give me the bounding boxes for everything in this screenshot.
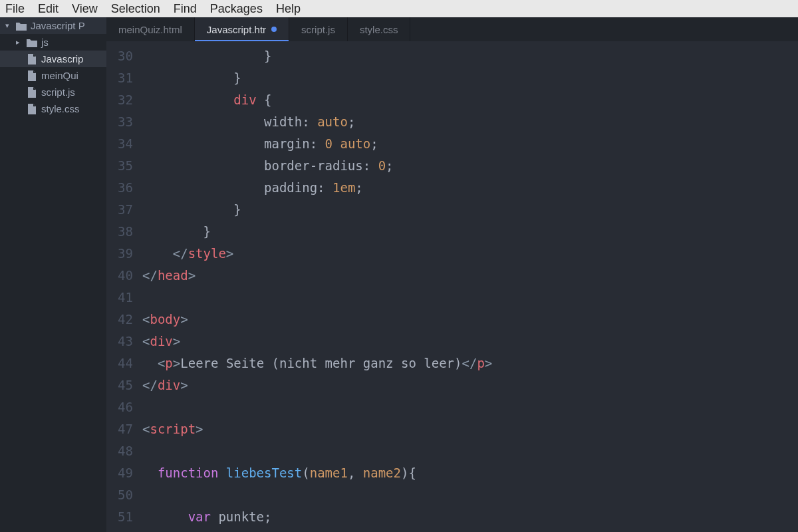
folder-icon bbox=[16, 21, 27, 31]
code-line[interactable]: <body> bbox=[142, 309, 798, 331]
tab[interactable]: style.css bbox=[348, 17, 411, 41]
folder-icon bbox=[27, 37, 37, 48]
tab-label: Javascript.htr bbox=[207, 24, 266, 35]
code-line[interactable]: border-radius: 0; bbox=[142, 155, 798, 177]
tree-item-label: js bbox=[41, 37, 49, 48]
line-number: 36 bbox=[106, 177, 133, 199]
line-number: 35 bbox=[106, 155, 133, 177]
line-number: 30 bbox=[106, 45, 133, 67]
code-line[interactable]: margin: 0 auto; bbox=[142, 133, 798, 155]
line-number: 52 bbox=[106, 528, 133, 532]
sidebar: ▾ Javascript P ▸jsJavascripmeinQuiscript… bbox=[0, 17, 106, 532]
line-number: 46 bbox=[106, 396, 133, 418]
code-area[interactable]: } } div { width: auto; margin: 0 auto; b… bbox=[142, 41, 798, 532]
tree-item-label: style.css bbox=[41, 103, 80, 114]
code-line[interactable]: punkte = 3 * (name1 + name2).length; bbox=[142, 528, 798, 532]
code-line[interactable] bbox=[142, 396, 798, 418]
code-line[interactable]: } bbox=[142, 45, 798, 67]
line-number: 42 bbox=[106, 309, 133, 331]
gutter: 3031323334353637383940414243444546474849… bbox=[106, 41, 142, 532]
line-number: 34 bbox=[106, 133, 133, 155]
code-line[interactable] bbox=[142, 440, 798, 462]
code-line[interactable]: <p>Leere Seite (nicht mehr ganz so leer)… bbox=[142, 352, 798, 374]
line-number: 31 bbox=[106, 67, 133, 89]
tree-item-label: script.js bbox=[41, 86, 75, 98]
line-number: 38 bbox=[106, 221, 133, 243]
file-icon bbox=[27, 70, 37, 81]
line-number: 48 bbox=[106, 440, 133, 462]
line-number: 32 bbox=[106, 89, 133, 111]
menu-file[interactable]: File bbox=[5, 2, 25, 16]
tree-file[interactable]: script.js bbox=[0, 84, 106, 100]
code-line[interactable]: </div> bbox=[142, 374, 798, 396]
chevron-down-icon: ▾ bbox=[5, 21, 12, 30]
code-line[interactable]: <div> bbox=[142, 331, 798, 352]
code-line[interactable] bbox=[142, 287, 798, 309]
tree-folder[interactable]: ▸js bbox=[0, 34, 106, 51]
file-icon bbox=[27, 87, 37, 98]
tab[interactable]: Javascript.htr bbox=[195, 17, 289, 41]
line-number: 51 bbox=[106, 506, 133, 528]
code-line[interactable]: function liebesTest(name1, name2){ bbox=[142, 462, 798, 484]
tree-file[interactable]: style.css bbox=[0, 100, 106, 117]
line-number: 40 bbox=[106, 265, 133, 287]
code-line[interactable] bbox=[142, 484, 798, 506]
line-number: 37 bbox=[106, 199, 133, 221]
tree-file[interactable]: Javascrip bbox=[0, 51, 106, 67]
file-icon bbox=[27, 54, 37, 65]
line-number: 39 bbox=[106, 243, 133, 265]
menu-find[interactable]: Find bbox=[174, 2, 197, 16]
code-line[interactable]: } bbox=[142, 199, 798, 221]
menubar: File Edit View Selection Find Packages H… bbox=[0, 0, 798, 17]
code-line[interactable]: div { bbox=[142, 89, 798, 111]
tab-label: meinQuiz.html bbox=[118, 24, 182, 35]
line-number: 41 bbox=[106, 287, 133, 309]
tab[interactable]: meinQuiz.html bbox=[106, 17, 195, 41]
tab-label: script.js bbox=[301, 24, 335, 35]
line-number: 49 bbox=[106, 462, 133, 484]
code-line[interactable]: width: auto; bbox=[142, 111, 798, 133]
tree-item-label: Javascrip bbox=[41, 53, 83, 65]
tab-bar: meinQuiz.htmlJavascript.htrscript.jsstyl… bbox=[106, 17, 798, 41]
line-number: 33 bbox=[106, 111, 133, 133]
line-number: 44 bbox=[106, 352, 133, 374]
modified-dot-icon bbox=[271, 27, 277, 32]
editor[interactable]: 3031323334353637383940414243444546474849… bbox=[106, 41, 798, 532]
chevron-right-icon: ▸ bbox=[16, 38, 23, 47]
line-number: 47 bbox=[106, 418, 133, 440]
code-line[interactable]: <script> bbox=[142, 418, 798, 440]
code-line[interactable]: </style> bbox=[142, 243, 798, 265]
menu-edit[interactable]: Edit bbox=[38, 2, 59, 16]
code-line[interactable]: var punkte; bbox=[142, 506, 798, 528]
tree-file[interactable]: meinQui bbox=[0, 67, 106, 84]
code-line[interactable]: } bbox=[142, 221, 798, 243]
editor-main: meinQuiz.htmlJavascript.htrscript.jsstyl… bbox=[106, 17, 798, 532]
menu-view[interactable]: View bbox=[72, 2, 98, 16]
tab[interactable]: script.js bbox=[289, 17, 348, 41]
line-number: 50 bbox=[106, 484, 133, 506]
project-root[interactable]: ▾ Javascript P bbox=[0, 17, 106, 34]
line-number: 43 bbox=[106, 331, 133, 352]
menu-packages[interactable]: Packages bbox=[210, 2, 263, 16]
menu-help[interactable]: Help bbox=[276, 2, 301, 16]
tree-item-label: meinQui bbox=[41, 70, 78, 81]
code-line[interactable]: </head> bbox=[142, 265, 798, 287]
line-number: 45 bbox=[106, 374, 133, 396]
project-root-label: Javascript P bbox=[31, 20, 85, 31]
file-icon bbox=[27, 104, 37, 114]
tab-label: style.css bbox=[360, 24, 398, 35]
code-line[interactable]: } bbox=[142, 67, 798, 89]
menu-selection[interactable]: Selection bbox=[111, 2, 160, 16]
code-line[interactable]: padding: 1em; bbox=[142, 177, 798, 199]
